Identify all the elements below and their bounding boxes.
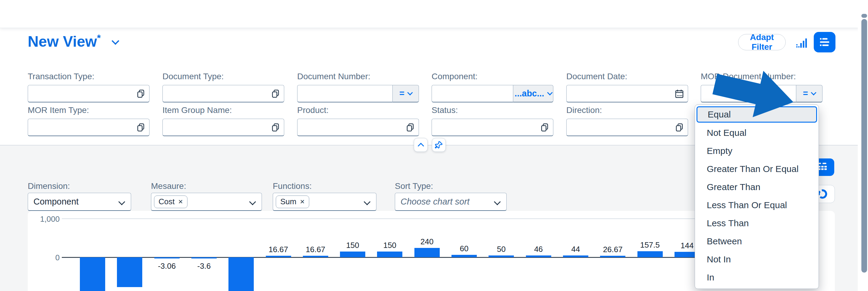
- chevron-up-icon: [417, 142, 424, 149]
- operator-select[interactable]: ...abc...: [513, 85, 553, 102]
- bar-chart-view-button[interactable]: [795, 36, 809, 50]
- value-help-icon[interactable]: [405, 123, 415, 132]
- horizontal-bars-view-button-selected[interactable]: [814, 32, 835, 53]
- filter-label: Document Date:: [566, 72, 688, 85]
- bar-value-label: 16.67: [260, 245, 297, 254]
- value-help-icon[interactable]: [136, 89, 146, 98]
- filter-field-transaction-type: Transaction Type:: [28, 72, 150, 102]
- filter-field-mor-item-type: MOR Item Type:: [28, 105, 150, 136]
- calendar-icon[interactable]: [675, 89, 684, 98]
- menu-item-greater-than[interactable]: Greater Than: [696, 178, 817, 196]
- filter-input[interactable]: [566, 119, 688, 136]
- chevron-down-icon: [119, 198, 125, 205]
- chevron-down-icon: [494, 198, 501, 205]
- bar-value-label: 16.67: [298, 245, 334, 254]
- chart-bar[interactable]: [638, 251, 663, 257]
- chart-bar[interactable]: [303, 256, 328, 257]
- chevron-down-icon: [249, 198, 256, 205]
- sort-type-label: Sort Type:: [395, 181, 433, 191]
- menu-item-not-in[interactable]: Not In: [696, 250, 817, 268]
- operator-select[interactable]: =: [796, 85, 823, 102]
- bar-value-label: 44: [558, 245, 594, 254]
- chart-bar[interactable]: [377, 252, 402, 257]
- value-help-icon[interactable]: [136, 123, 146, 132]
- functions-label: Functions:: [273, 181, 312, 191]
- chart-bar[interactable]: [600, 256, 625, 257]
- operator-select[interactable]: =: [393, 85, 419, 102]
- date-filter-field-document-date: Document Date:: [566, 72, 688, 102]
- functions-multiselect[interactable]: Sum ×: [273, 193, 376, 211]
- filter-input[interactable]: [162, 85, 284, 102]
- measure-multiselect[interactable]: Cost ×: [151, 193, 262, 211]
- filter-input[interactable]: [432, 85, 513, 102]
- chart-bar[interactable]: [563, 255, 588, 257]
- operator-value: =: [399, 89, 404, 98]
- filter-label: Product:: [297, 105, 419, 119]
- chart-bar[interactable]: [340, 252, 365, 257]
- menu-item-in[interactable]: In: [696, 268, 817, 287]
- bar-value-label: 60: [446, 244, 482, 253]
- filter-field-document-type: Document Type:: [162, 72, 284, 102]
- pin-filterbar-button[interactable]: [432, 138, 446, 152]
- menu-item-greater-than-or-equal[interactable]: Greater Than Or Equal: [696, 160, 817, 178]
- filter-field-direction: Direction:: [566, 105, 688, 136]
- value-help-icon[interactable]: [271, 89, 280, 98]
- menu-item-less-than[interactable]: Less Than: [696, 214, 817, 232]
- shell-header: [0, 0, 868, 28]
- sort-placeholder: Choose chart sort: [401, 197, 470, 207]
- value-help-icon[interactable]: [540, 123, 550, 132]
- operator-filter-field-component: Component:...abc...: [432, 72, 553, 102]
- dimension-value: Component: [33, 197, 79, 207]
- dimension-select[interactable]: Component: [28, 193, 131, 211]
- filter-field-item-group-name: Item Group Name:: [162, 105, 284, 136]
- remove-token-icon[interactable]: ×: [178, 197, 183, 206]
- filter-input[interactable]: [432, 119, 553, 136]
- operator-dropdown: EqualNot EqualEmptyGreater Than Or Equal…: [695, 104, 819, 289]
- measure-label: Mesaure:: [151, 181, 186, 191]
- menu-item-empty[interactable]: Empty: [696, 142, 817, 160]
- bar-chart-icon: [795, 36, 809, 50]
- value-help-icon[interactable]: [271, 123, 280, 132]
- operator-filter-field-document-number: Document Number:=: [297, 72, 419, 102]
- chart-bar[interactable]: [526, 255, 551, 257]
- app-window: 1,000 0 -3.06-3.616.6716.671501502406050…: [0, 0, 868, 291]
- chart-bar[interactable]: [414, 248, 440, 257]
- filter-input[interactable]: [297, 85, 393, 102]
- filter-label: Direction:: [566, 105, 688, 119]
- bar-value-label: 50: [483, 245, 519, 254]
- filter-input[interactable]: [566, 85, 688, 102]
- collapse-filterbar-button[interactable]: [414, 138, 428, 152]
- menu-item-not-equal[interactable]: Not Equal: [696, 124, 817, 142]
- chevron-down-icon: [364, 198, 371, 205]
- vertical-scrollbar-thumb[interactable]: [861, 19, 867, 272]
- scrollbar-cap: [861, 14, 867, 18]
- value-help-icon[interactable]: [675, 123, 684, 132]
- filter-input[interactable]: [28, 85, 150, 102]
- bar-value-label: 240: [409, 237, 445, 247]
- chart-bar[interactable]: [489, 255, 514, 257]
- filter-field-product: Product:: [297, 105, 419, 136]
- operator-value: ...abc...: [515, 89, 544, 98]
- view-selector[interactable]: New View*: [28, 33, 118, 50]
- menu-item-less-than-or-equal[interactable]: Less Than Or Equal: [696, 196, 817, 214]
- sort-type-select[interactable]: Choose chart sort: [395, 193, 507, 211]
- chart-bar[interactable]: [191, 257, 217, 258]
- menu-item-between[interactable]: Between: [696, 232, 817, 250]
- filter-input[interactable]: [162, 119, 284, 136]
- adapt-filter-button[interactable]: Adapt Filter: [738, 34, 786, 50]
- chevron-down-icon: [547, 90, 553, 95]
- bar-value-label: -3.6: [186, 261, 222, 271]
- bar-value-label: 157.5: [632, 240, 668, 250]
- remove-token-icon[interactable]: ×: [300, 197, 304, 206]
- filter-input[interactable]: [28, 119, 150, 136]
- operator-value: =: [803, 89, 808, 98]
- function-token: Sum ×: [276, 195, 309, 208]
- chart-bar[interactable]: [154, 257, 180, 258]
- chart-bar[interactable]: [452, 255, 477, 257]
- chart-bar[interactable]: [117, 257, 142, 287]
- chart-bar[interactable]: [228, 257, 254, 291]
- chart-bar[interactable]: [80, 257, 105, 291]
- chart-bar[interactable]: [266, 256, 291, 257]
- filter-label: MOR Item Type:: [28, 105, 150, 119]
- filter-input[interactable]: [297, 119, 419, 136]
